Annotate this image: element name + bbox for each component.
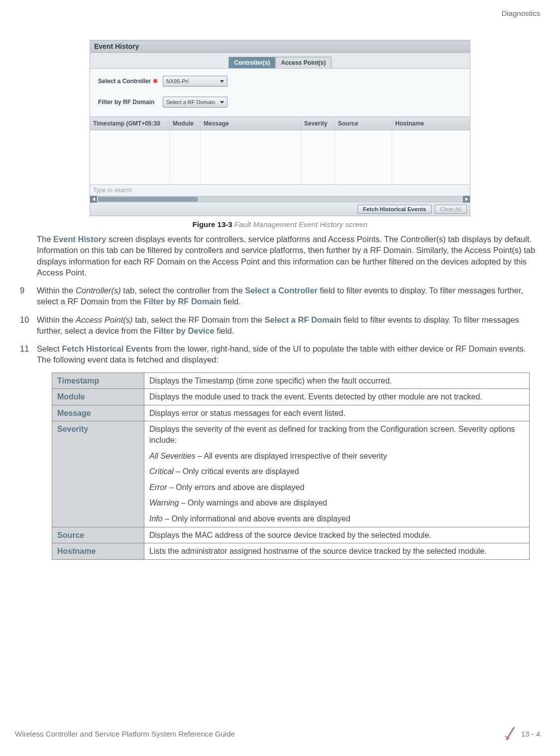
panel-footer: Fetch Historical Events Clear All <box>90 203 470 216</box>
select-controller-value: NX95-Pri <box>166 78 189 84</box>
def-key: Source <box>52 527 144 543</box>
figure-label: Figure 13-3 <box>193 220 232 229</box>
table-row: Module Displays the module used to track… <box>52 389 530 405</box>
def-key: Message <box>52 405 144 421</box>
column-hostname[interactable]: Hostname <box>392 117 467 130</box>
chevron-down-icon <box>220 101 224 104</box>
def-val: Displays the MAC address of the source d… <box>144 527 530 543</box>
event-history-screenshot: Event History Controller(s) Access Point… <box>90 40 470 216</box>
select-controller-dropdown[interactable]: NX95-Pri <box>163 76 227 87</box>
def-key: Severity <box>52 421 144 527</box>
step-number: 10 <box>20 314 37 337</box>
search-input[interactable]: Type to search <box>90 184 470 196</box>
footer-slash-icon <box>504 726 517 741</box>
figure-caption: Figure 13-3 Fault Management Event Histo… <box>5 220 555 229</box>
scroll-left-icon[interactable] <box>90 196 97 203</box>
def-val: Lists the administrator assigned hostnam… <box>144 543 530 560</box>
filter-rf-domain-label: Filter by RF Domain <box>98 99 163 106</box>
scroll-thumb[interactable] <box>98 197 198 202</box>
def-val: Displays error or status messages for ea… <box>144 405 530 421</box>
intro-paragraph: The Event History screen displays events… <box>37 234 540 278</box>
table-row: Timestamp Displays the Timestamp (time z… <box>52 373 530 389</box>
column-module[interactable]: Module <box>170 117 201 130</box>
def-val: Displays the severity of the event as de… <box>144 421 530 527</box>
figure-title: Fault Management Event History screen <box>234 220 368 229</box>
step-9: 9 Within the Controller(s) tab, select t… <box>20 285 540 307</box>
tab-bar: Controller(s) Access Point(s) <box>90 53 470 68</box>
clear-all-button[interactable]: Clear All <box>435 205 467 214</box>
table-row: Severity Displays the severity of the ev… <box>52 421 530 527</box>
def-key: Hostname <box>52 543 144 560</box>
horizontal-scrollbar[interactable] <box>90 196 470 203</box>
table-row: Message Displays error or status message… <box>52 405 530 421</box>
tab-access-points[interactable]: Access Point(s) <box>275 57 331 68</box>
fetch-historical-events-button[interactable]: Fetch Historical Events <box>357 205 432 214</box>
column-source[interactable]: Source <box>335 117 392 130</box>
required-asterisk-icon: ✱ <box>153 78 158 85</box>
def-val: Displays the module used to track the ev… <box>144 389 530 405</box>
page-section-header: Diagnostics <box>501 9 540 17</box>
step-11: 11 Select Fetch Historical Events from t… <box>20 343 540 366</box>
step-number: 9 <box>20 285 37 307</box>
column-timestamp[interactable]: Timestamp (GMT+05:30 <box>90 117 170 130</box>
page-footer: Wireless Controller and Service Platform… <box>15 726 540 741</box>
select-controller-label: Select a Controller✱ <box>98 78 163 85</box>
tab-controllers[interactable]: Controller(s) <box>228 57 275 68</box>
column-severity[interactable]: Severity <box>301 117 335 130</box>
table-row: Hostname Lists the administrator assigne… <box>52 543 530 560</box>
column-message[interactable]: Message <box>201 117 301 130</box>
def-key: Module <box>52 389 144 405</box>
filter-rf-domain-value: Select a RF Domain <box>166 99 215 105</box>
filter-area: Select a Controller✱ NX95-Pri Filter by … <box>90 68 470 117</box>
table-row: Source Displays the MAC address of the s… <box>52 527 530 543</box>
column-headers: Timestamp (GMT+05:30 Module Message Seve… <box>90 117 470 130</box>
scroll-right-icon[interactable] <box>463 196 470 203</box>
filter-rf-domain-dropdown[interactable]: Select a RF Domain <box>163 97 227 108</box>
panel-title: Event History <box>90 40 470 53</box>
data-grid-empty <box>90 130 470 184</box>
chevron-down-icon <box>220 80 224 83</box>
footer-guide-title: Wireless Controller and Service Platform… <box>15 730 235 738</box>
step-number: 11 <box>20 343 37 366</box>
page-number: 13 - 4 <box>521 730 540 738</box>
def-val: Displays the Timestamp (time zone specif… <box>144 373 530 389</box>
field-definition-table: Timestamp Displays the Timestamp (time z… <box>52 373 530 560</box>
def-key: Timestamp <box>52 373 144 389</box>
step-10: 10 Within the Access Point(s) tab, selec… <box>20 314 540 337</box>
